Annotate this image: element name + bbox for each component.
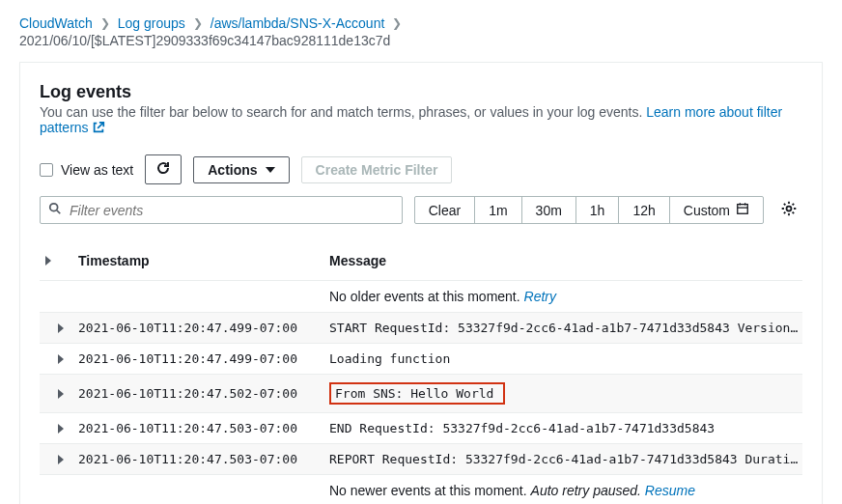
calendar-icon xyxy=(736,202,749,218)
cell-message: Loading function xyxy=(329,351,799,366)
cell-timestamp: 2021-06-10T11:20:47.499-07:00 xyxy=(78,321,329,335)
refresh-icon xyxy=(155,160,171,179)
table-row: 2021-06-10T11:20:47.503-07:00 REPORT Req… xyxy=(40,444,802,475)
log-events-table: Timestamp Message No older events at thi… xyxy=(40,245,802,504)
breadcrumb-link[interactable]: /aws/lambda/SNS-X-Account xyxy=(210,15,385,31)
view-as-text-checkbox[interactable] xyxy=(40,163,53,177)
table-row: 2021-06-10T11:20:47.499-07:00 Loading fu… xyxy=(40,344,802,375)
cell-message: From SNS: Hello World xyxy=(329,382,799,405)
retry-older-link[interactable]: Retry xyxy=(524,289,556,304)
table-row: 2021-06-10T11:20:47.503-07:00 END Reques… xyxy=(40,413,802,444)
chevron-right-icon: ❯ xyxy=(100,16,110,30)
resume-autoretry-link[interactable]: Resume xyxy=(645,483,695,498)
log-events-panel: Log events You can use the filter bar be… xyxy=(19,62,823,504)
filter-events-input[interactable] xyxy=(70,203,394,218)
cell-timestamp: 2021-06-10T11:20:47.503-07:00 xyxy=(78,452,329,466)
gear-icon xyxy=(780,200,798,220)
panel-title: Log events xyxy=(40,82,802,102)
cell-message: END RequestId: 53327f9d-2cc6-41ad-a1b7-7… xyxy=(329,421,799,435)
chevron-right-icon: ❯ xyxy=(392,16,402,30)
range-12h-button[interactable]: 12h xyxy=(618,197,668,223)
svg-line-1 xyxy=(57,210,61,214)
refresh-button[interactable] xyxy=(145,154,182,184)
caret-down-icon xyxy=(266,167,275,173)
expand-all-toggle[interactable] xyxy=(43,253,78,268)
cell-timestamp: 2021-06-10T11:20:47.503-07:00 xyxy=(78,421,329,435)
no-newer-events-text: No newer events at this moment. Auto ret… xyxy=(329,483,799,498)
panel-subtitle: You can use the filter bar below to sear… xyxy=(40,104,802,137)
col-header-message: Message xyxy=(329,253,799,268)
range-30m-button[interactable]: 30m xyxy=(521,197,575,223)
range-custom-button[interactable]: Custom xyxy=(669,197,763,223)
no-older-events-text: No older events at this moment. Retry xyxy=(329,289,799,304)
search-icon xyxy=(48,202,62,218)
settings-button[interactable] xyxy=(775,196,802,224)
external-link-icon xyxy=(92,121,105,137)
create-metric-filter-button[interactable]: Create Metric Filter xyxy=(301,156,453,183)
subtitle-text: You can use the filter bar below to sear… xyxy=(40,104,646,120)
highlighted-message: From SNS: Hello World xyxy=(329,382,505,405)
time-range-group: Clear 1m 30m 1h 12h Custom xyxy=(414,196,764,224)
cell-timestamp: 2021-06-10T11:20:47.499-07:00 xyxy=(78,351,329,366)
expand-row-toggle[interactable] xyxy=(43,389,78,399)
table-row: 2021-06-10T11:20:47.502-07:00 From SNS: … xyxy=(40,375,802,413)
expand-row-toggle[interactable] xyxy=(43,323,78,333)
actions-button[interactable]: Actions xyxy=(193,156,289,183)
breadcrumb: CloudWatch ❯ Log groups ❯ /aws/lambda/SN… xyxy=(19,15,823,31)
breadcrumb-current: 2021/06/10/[$LATEST]2909333f69c34147bac9… xyxy=(19,33,390,48)
cell-message: REPORT RequestId: 53327f9d-2cc6-41ad-a1b… xyxy=(329,452,799,466)
breadcrumb-link[interactable]: CloudWatch xyxy=(19,15,93,31)
clear-range-button[interactable]: Clear xyxy=(415,197,474,223)
filter-input-wrap[interactable] xyxy=(40,196,403,224)
svg-point-0 xyxy=(50,204,58,211)
cell-message: START RequestId: 53327f9d-2cc6-41ad-a1b7… xyxy=(329,321,799,335)
view-as-text-label: View as text xyxy=(61,162,133,178)
expand-row-toggle[interactable] xyxy=(43,455,78,464)
expand-row-toggle[interactable] xyxy=(43,354,78,364)
cell-timestamp: 2021-06-10T11:20:47.502-07:00 xyxy=(78,386,329,401)
expand-row-toggle[interactable] xyxy=(43,424,78,434)
svg-rect-2 xyxy=(738,205,748,214)
range-1h-button[interactable]: 1h xyxy=(575,197,619,223)
svg-point-6 xyxy=(787,207,792,211)
range-1m-button[interactable]: 1m xyxy=(474,197,520,223)
table-row: 2021-06-10T11:20:47.499-07:00 START Requ… xyxy=(40,313,802,344)
breadcrumb-link[interactable]: Log groups xyxy=(118,15,185,31)
col-header-timestamp: Timestamp xyxy=(78,253,329,268)
chevron-right-icon: ❯ xyxy=(193,16,203,30)
